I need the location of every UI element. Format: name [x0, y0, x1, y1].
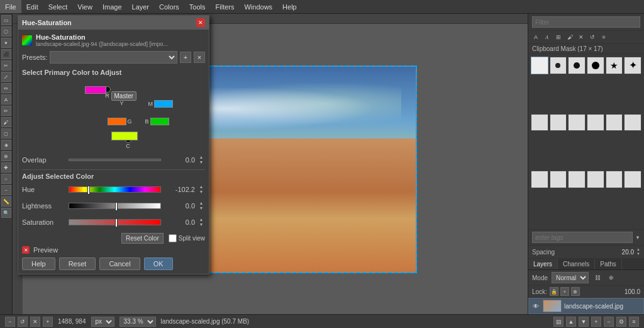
status-cfg-icon[interactable]: ⚙: [616, 317, 626, 327]
status-layers-icon[interactable]: ▤: [553, 317, 564, 327]
status-del-icon[interactable]: −: [604, 317, 614, 327]
tool-fill[interactable]: ◈: [1, 140, 11, 150]
brush-cell-8[interactable]: [550, 114, 567, 132]
brush-cell-7[interactable]: [531, 114, 548, 132]
tool-measure[interactable]: 📏: [1, 196, 11, 206]
menu-windows[interactable]: Windows: [239, 0, 277, 13]
brush-paint-icon[interactable]: 🖌: [565, 32, 575, 42]
presets-select[interactable]: [50, 51, 177, 64]
tool-smudge[interactable]: ~: [1, 185, 11, 195]
lock-icon-3[interactable]: ⊕: [571, 287, 580, 296]
status-add-icon[interactable]: +: [591, 317, 601, 327]
tool-color-select[interactable]: ⬛: [1, 49, 11, 59]
tool-free-select[interactable]: ⬡: [1, 26, 11, 37]
tool-eraser[interactable]: ◻: [1, 128, 11, 139]
brush-cell-18[interactable]: [624, 171, 641, 188]
status-up-icon[interactable]: ▲: [566, 317, 576, 327]
lightness-slider[interactable]: [69, 203, 161, 209]
presets-remove-button[interactable]: ×: [194, 52, 205, 63]
tool-brush[interactable]: 🖌: [1, 117, 11, 127]
preview-label[interactable]: Preview: [33, 246, 58, 254]
tool-clone[interactable]: ⊕: [1, 151, 11, 161]
status-more-icon[interactable]: ≡: [629, 317, 639, 327]
lightness-arrows[interactable]: ▲ ▼: [197, 201, 205, 211]
tool-flip[interactable]: ⇔: [1, 83, 11, 93]
tool-text[interactable]: A: [1, 94, 11, 105]
mode-select[interactable]: Normal: [552, 272, 589, 283]
reset-button[interactable]: Reset: [59, 257, 96, 270]
menu-filters[interactable]: Filters: [211, 0, 240, 13]
brush-cell-4[interactable]: [587, 57, 604, 74]
overlap-slider[interactable]: [69, 159, 161, 161]
tool-dodge[interactable]: ○: [1, 174, 11, 184]
brush-cell-17[interactable]: [606, 171, 623, 188]
status-cross-icon[interactable]: ✕: [30, 317, 40, 327]
tool-zoom[interactable]: 🔍: [1, 208, 11, 218]
brush-cell-11[interactable]: [606, 114, 623, 132]
tab-paths[interactable]: Paths: [595, 259, 622, 269]
preview-close-icon[interactable]: ✕: [22, 246, 30, 254]
master-label[interactable]: Master: [111, 91, 137, 101]
brush-cell-13[interactable]: [531, 171, 548, 188]
tab-layers[interactable]: Layers: [528, 259, 558, 269]
unit-select[interactable]: px: [91, 317, 114, 327]
brush-cell-16[interactable]: [587, 171, 604, 188]
menu-view[interactable]: View: [72, 0, 97, 13]
brush-cell-14[interactable]: [550, 171, 567, 188]
menu-select[interactable]: Select: [43, 0, 73, 13]
brush-cell-10[interactable]: [587, 114, 604, 132]
mode-chain-icon[interactable]: ⛓: [592, 273, 602, 283]
hue-slider[interactable]: [69, 186, 161, 193]
dialog-titlebar[interactable]: Hue-Saturation ✕: [18, 16, 209, 30]
brush-refresh-icon[interactable]: ↺: [587, 32, 597, 42]
status-zoom-in-icon[interactable]: +: [43, 317, 53, 327]
menu-tools[interactable]: Tools: [184, 0, 211, 13]
brush-menu-icon[interactable]: ≡: [599, 32, 609, 42]
tool-transform[interactable]: ⤢: [1, 72, 11, 82]
menu-file[interactable]: File: [0, 0, 21, 13]
tool-fuzzy-select[interactable]: ✦: [1, 38, 11, 48]
color-M[interactable]: M: [148, 100, 174, 108]
saturation-arrows[interactable]: ▲ ▼: [197, 217, 205, 227]
brush-cell-1[interactable]: [531, 57, 548, 74]
brush-filter-input[interactable]: [532, 16, 640, 28]
split-view-checkbox[interactable]: [169, 234, 177, 242]
tags-input[interactable]: [532, 232, 633, 243]
zoom-select[interactable]: 33.3 %: [119, 317, 156, 327]
brush-cell-6[interactable]: ✦: [624, 57, 641, 74]
dialog-close-button[interactable]: ✕: [196, 18, 205, 27]
ok-button[interactable]: OK: [144, 257, 173, 270]
layer-visibility-icon[interactable]: 👁: [531, 302, 540, 310]
tool-rect-select[interactable]: ▭: [1, 15, 11, 25]
menu-edit[interactable]: Edit: [21, 0, 43, 13]
status-zoom-out-icon[interactable]: −: [5, 317, 15, 327]
layer-item[interactable]: 👁 landscape-scaled.jpg: [528, 298, 644, 314]
split-view-check[interactable]: Split view: [169, 234, 205, 242]
spacing-arrows[interactable]: ▲ ▼: [636, 247, 640, 256]
tool-crop[interactable]: ✂: [1, 60, 11, 71]
tab-channels[interactable]: Channels: [558, 259, 595, 269]
tags-arrow-icon[interactable]: ▼: [635, 235, 640, 240]
hue-arrows[interactable]: ▲ ▼: [197, 184, 205, 195]
saturation-slider[interactable]: [69, 219, 161, 225]
overlap-arrows[interactable]: ▲ ▼: [197, 155, 205, 165]
menu-colors[interactable]: Colors: [154, 0, 184, 13]
menu-help[interactable]: Help: [277, 0, 302, 13]
brush-delete-icon[interactable]: ✕: [576, 32, 586, 42]
help-button[interactable]: Help: [22, 257, 55, 270]
color-G[interactable]: G: [108, 118, 132, 125]
brush-cell-9[interactable]: [568, 114, 586, 132]
brush-text-icon[interactable]: 𝐴: [542, 32, 552, 42]
menu-image[interactable]: Image: [97, 0, 127, 13]
cancel-button[interactable]: Cancel: [99, 257, 140, 270]
brush-cell-12[interactable]: [624, 114, 641, 132]
brush-view-icon[interactable]: A: [531, 32, 541, 42]
presets-add-button[interactable]: +: [180, 52, 191, 63]
brush-cell-3[interactable]: [568, 57, 586, 74]
lock-icon-1[interactable]: 🔒: [550, 287, 558, 296]
brush-cell-2[interactable]: [550, 57, 567, 74]
reset-color-button[interactable]: Reset Color: [121, 233, 164, 244]
tool-heal[interactable]: ✚: [1, 162, 11, 172]
mode-extra-icon[interactable]: ⊕: [606, 273, 616, 283]
brush-grid-icon[interactable]: ⊞: [553, 32, 564, 42]
